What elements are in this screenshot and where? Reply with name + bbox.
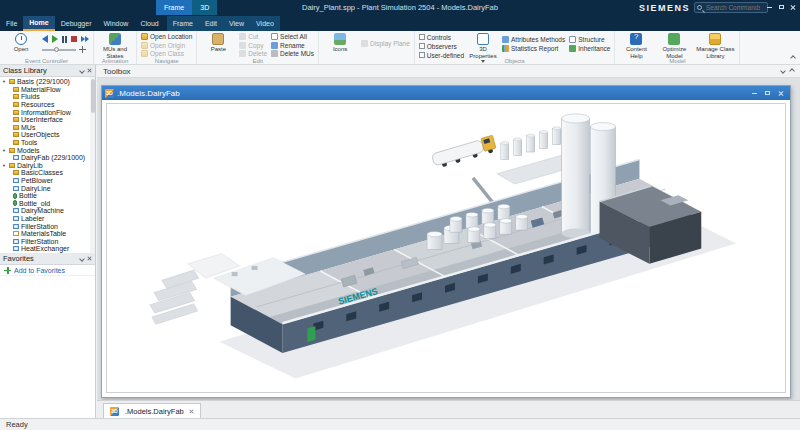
tree-item-userobjects[interactable]: UserObjects bbox=[0, 131, 95, 139]
tab-home[interactable]: Home bbox=[23, 16, 54, 31]
tree-item-petblower[interactable]: PetBlower bbox=[0, 177, 95, 185]
tree-item-labeler[interactable]: Labeler bbox=[0, 215, 95, 223]
paste-button[interactable]: Paste bbox=[201, 32, 235, 53]
rename-button[interactable]: Rename bbox=[271, 42, 314, 50]
expander-icon[interactable]: ▼ bbox=[2, 163, 7, 168]
pause-icon[interactable] bbox=[62, 36, 67, 43]
statistics-report-button[interactable]: Statistics Report bbox=[502, 45, 565, 53]
observers-checkbox-row[interactable]: Observers bbox=[419, 42, 464, 50]
plus-icon[interactable] bbox=[79, 46, 86, 53]
mus-and-states-button[interactable]: MUs and States bbox=[98, 32, 132, 59]
tree-item-tools[interactable]: Tools bbox=[0, 139, 95, 147]
stop-icon[interactable] bbox=[71, 36, 77, 42]
add-to-favorites-button[interactable]: Add to Favorites bbox=[0, 265, 95, 276]
minimize-button[interactable] bbox=[764, 2, 774, 12]
attributes-methods-button[interactable]: Attributes Methods bbox=[502, 36, 565, 44]
display-plane-button[interactable]: Display Plane bbox=[361, 40, 410, 48]
open-origin-button[interactable]: Open Origin bbox=[141, 42, 192, 50]
copy-button[interactable]: Copy bbox=[239, 42, 267, 50]
fast-forward-icon[interactable] bbox=[81, 36, 89, 42]
open-location-button[interactable]: Open Location bbox=[141, 33, 192, 41]
tab-cloud[interactable]: Cloud bbox=[134, 16, 164, 31]
tree-item-userinterface[interactable]: UserInterface bbox=[0, 116, 95, 124]
controls-checkbox-row[interactable]: Controls bbox=[419, 33, 464, 41]
tab-window[interactable]: Window bbox=[97, 16, 134, 31]
tree-item-dairyfab[interactable]: DairyFab (229/1000) bbox=[0, 154, 95, 162]
tree-item-mus[interactable]: MUs bbox=[0, 124, 95, 132]
frame-window-titlebar[interactable]: 3D .Models.DairyFab bbox=[102, 86, 790, 100]
cut-icon bbox=[239, 33, 246, 40]
tab-frame[interactable]: Frame bbox=[167, 16, 199, 31]
model-frame-window: 3D .Models.DairyFab bbox=[101, 85, 791, 398]
frame-minimize-button[interactable] bbox=[748, 87, 761, 99]
tree-item-filterstation[interactable]: FilterStation bbox=[0, 237, 95, 245]
tree-item-bottle[interactable]: Bottle bbox=[0, 192, 95, 200]
expander-icon[interactable]: ▼ bbox=[2, 79, 7, 84]
frame-close-button[interactable] bbox=[774, 87, 787, 99]
tree-item-materialstable[interactable]: MaterialsTable bbox=[0, 230, 95, 238]
tree-item-informationflow[interactable]: InformationFlow bbox=[0, 108, 95, 116]
tree-scrollbar[interactable] bbox=[90, 77, 95, 253]
close-button[interactable] bbox=[788, 2, 798, 12]
expander-icon[interactable]: ▼ bbox=[2, 148, 7, 153]
minimize-icon bbox=[752, 93, 757, 94]
structure-button[interactable]: Structure bbox=[569, 36, 610, 44]
tree-item-fluids[interactable]: Fluids bbox=[0, 93, 95, 101]
manage-class-library-button[interactable]: Manage Class Library bbox=[695, 32, 735, 59]
open-class-button[interactable]: Open Class bbox=[141, 50, 192, 58]
tree-item-materialflow[interactable]: MaterialFlow bbox=[0, 86, 95, 94]
scrollbar-thumb[interactable] bbox=[91, 79, 95, 113]
delete-button[interactable]: Delete bbox=[239, 50, 267, 58]
close-tab-icon[interactable] bbox=[189, 409, 194, 414]
maximize-button[interactable] bbox=[776, 2, 786, 12]
speed-slider[interactable] bbox=[42, 46, 89, 53]
optimize-model-button[interactable]: Optimize Model bbox=[657, 32, 691, 59]
tab-debugger[interactable]: Debugger bbox=[55, 16, 98, 31]
favorites-empty-area bbox=[0, 276, 95, 418]
frame-icon bbox=[13, 178, 19, 183]
tree-item-heatexchanger[interactable]: HeatExchanger bbox=[0, 245, 95, 253]
open-event-controller-button[interactable]: Open bbox=[4, 32, 38, 53]
close-icon bbox=[778, 90, 784, 96]
frame-maximize-button[interactable] bbox=[761, 87, 774, 99]
observers-checkbox[interactable] bbox=[419, 43, 425, 49]
chevron-down-icon[interactable] bbox=[79, 256, 85, 262]
tree-item-dairylib[interactable]: ▼DairyLib bbox=[0, 162, 95, 170]
icons-button[interactable]: Icons bbox=[323, 32, 357, 53]
command-search[interactable] bbox=[694, 2, 768, 13]
chevron-up-icon[interactable] bbox=[789, 68, 795, 74]
tree-item-bottle-old[interactable]: Bottle_old bbox=[0, 200, 95, 208]
chevron-down-icon[interactable] bbox=[780, 68, 786, 74]
tree-item-dairyline[interactable]: DairyLine bbox=[0, 184, 95, 192]
3d-scene[interactable]: SIEMENS Plant Simulation bbox=[102, 100, 790, 397]
slider-knob[interactable] bbox=[54, 47, 59, 52]
reset-icon[interactable] bbox=[42, 35, 48, 43]
3d-canvas[interactable]: SIEMENS Plant Simulation bbox=[102, 100, 790, 397]
tree-item-models[interactable]: ▼Models bbox=[0, 146, 95, 154]
collapse-ribbon-icon[interactable] bbox=[790, 55, 796, 61]
chevron-down-icon[interactable] bbox=[79, 68, 85, 74]
slider-track[interactable] bbox=[42, 49, 76, 51]
tree-item-dairymachine[interactable]: DairyMachine bbox=[0, 207, 95, 215]
content-help-button[interactable]: Content Help bbox=[619, 32, 653, 59]
select-all-button[interactable]: Select All bbox=[271, 33, 314, 41]
tree-item-resources[interactable]: Resources bbox=[0, 101, 95, 109]
start-icon[interactable] bbox=[52, 35, 58, 43]
controls-checkbox[interactable] bbox=[419, 34, 425, 40]
inheritance-button[interactable]: Inheritance bbox=[569, 45, 610, 53]
tab-models-dairyfab[interactable]: 3D .Models.DairyFab bbox=[103, 403, 201, 418]
tab-view[interactable]: View bbox=[223, 16, 250, 31]
close-panel-icon[interactable] bbox=[87, 68, 92, 73]
tree-item-basis[interactable]: ▼Basis (229/1000) bbox=[0, 78, 95, 86]
close-panel-icon[interactable] bbox=[87, 256, 92, 261]
cut-button[interactable]: Cut bbox=[239, 33, 267, 41]
tree-item-fillerstation[interactable]: FillerStation bbox=[0, 222, 95, 230]
tab-file[interactable]: File bbox=[0, 16, 23, 31]
tree-item-basicclasses[interactable]: BasicClasses bbox=[0, 169, 95, 177]
tab-video[interactable]: Video bbox=[250, 16, 280, 31]
group-tab-frame[interactable]: Frame bbox=[156, 0, 192, 15]
tab-edit[interactable]: Edit bbox=[199, 16, 223, 31]
delete-mus-button[interactable]: Delete MUs bbox=[271, 50, 314, 58]
search-input[interactable] bbox=[704, 3, 762, 12]
group-tab-3d[interactable]: 3D bbox=[192, 0, 217, 15]
